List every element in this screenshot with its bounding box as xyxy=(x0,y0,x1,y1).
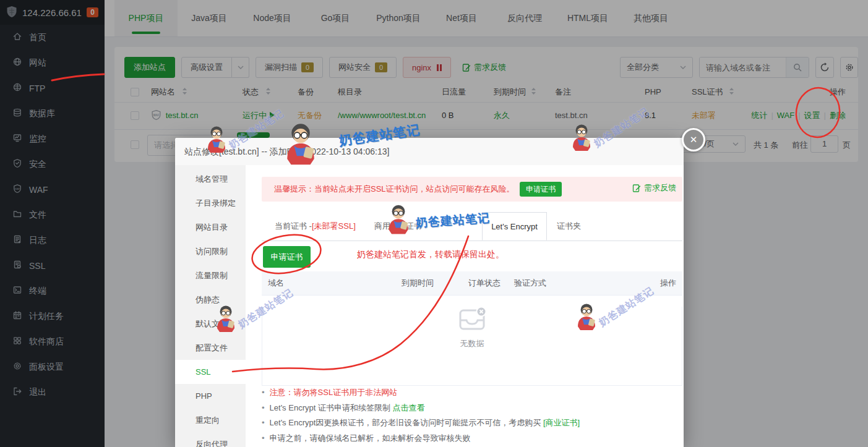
note-dns: 申请之前，请确保域名已解析，如未解析会导致审核失败 xyxy=(270,433,471,443)
cert-tabs: 当前证书 -[未部署SSL] 商用SSL证书 Let's Encrypt 证书夹 xyxy=(262,212,682,241)
cert-col-order-status: 订单状态 xyxy=(468,271,501,295)
ssl-notes: •注意：请勿将SSL证书用于非法网站 •Let's Encrypt 证书申请和续… xyxy=(262,385,580,446)
modal-menu-subdir[interactable]: 子目录绑定 xyxy=(175,191,246,215)
ssl-panel: 温馨提示：当前站点未开启SSL证书访问，站点访问可能存在风险。 申请证书 需求反… xyxy=(246,165,684,447)
note-limit-link[interactable]: 点击查看 xyxy=(393,403,425,412)
modal-feedback-link[interactable]: 需求反馈 xyxy=(632,182,676,194)
ssl-warning-alert: 温馨提示：当前站点未开启SSL证书访问，站点访问可能存在风险。 申请证书 需求反… xyxy=(262,177,682,202)
cert-col-actions: 操作 xyxy=(660,271,676,295)
modal-menu-sitedir[interactable]: 网站目录 xyxy=(175,215,246,239)
cert-col-domain: 域名 xyxy=(268,271,284,295)
cert-col-verify: 验证方式 xyxy=(514,271,546,295)
tab-commercial-ssl[interactable]: 商用SSL证书 xyxy=(374,212,422,241)
cert-table-empty: 无数据 xyxy=(262,307,682,386)
modal-menu-php[interactable]: PHP xyxy=(175,384,246,408)
modal-menu-redirect[interactable]: 重定向 xyxy=(175,408,246,432)
tab-current-cert[interactable]: 当前证书 -[未部署SSL] xyxy=(275,212,356,241)
cert-status-label: [未部署SSL] xyxy=(312,221,356,231)
empty-box-icon xyxy=(262,307,682,334)
site-settings-modal: 站点修改[test.bt.cn] -- 添加时间[2022-10-13 04:0… xyxy=(175,138,684,447)
modal-menu-reverse-proxy[interactable]: 反向代理 xyxy=(175,432,246,447)
cert-table-header: 域名 到期时间 订单状态 验证方式 操作 xyxy=(262,271,682,296)
alert-apply-cert-button[interactable]: 申请证书 xyxy=(520,182,562,197)
note-warning: 注意：请勿将SSL证书用于非法网站 xyxy=(270,388,398,397)
note-root-cert: Let's Encrypt因更换根证书，部分老旧设备访问时可能提示不可信，考虑购… xyxy=(270,418,543,427)
modal-menu-ssl[interactable]: SSL xyxy=(175,360,246,384)
modal-menu-traffic-limit[interactable]: 流量限制 xyxy=(175,263,246,287)
ssl-warning-text: 温馨提示：当前站点未开启SSL证书访问，站点访问可能存在风险。 xyxy=(274,177,515,202)
modal-menu-default-doc[interactable]: 默认文档 xyxy=(175,312,246,336)
cert-col-expire: 到期时间 xyxy=(402,271,434,295)
blog-claim-text: 奶爸建站笔记首发，转载请保留出处。 xyxy=(357,249,504,260)
modal-title: 站点修改[test.bt.cn] -- 添加时间[2022-10-13 04:0… xyxy=(175,138,684,166)
bt-panel-page: 124.226.66.61 0 首页 网站 FTP 数据库 监控 安全 WAFW… xyxy=(0,0,868,447)
empty-text: 无数据 xyxy=(262,338,682,349)
note-limit: Let's Encrypt 证书申请和续签限制 xyxy=(270,403,393,412)
modal-menu-rewrite[interactable]: 伪静态 xyxy=(175,287,246,312)
feedback-note-icon xyxy=(632,184,641,192)
tab-cert-folder[interactable]: 证书夹 xyxy=(557,212,581,241)
modal-menu-access-limit[interactable]: 访问限制 xyxy=(175,239,246,263)
note-commercial-link[interactable]: [商业证书] xyxy=(543,418,580,427)
apply-cert-button[interactable]: 申请证书 xyxy=(263,246,311,268)
tab-lets-encrypt[interactable]: Let's Encrypt xyxy=(482,212,547,241)
cert-table: 域名 到期时间 订单状态 验证方式 操作 无数据 xyxy=(262,271,682,386)
modal-menu-domain[interactable]: 域名管理 xyxy=(175,167,246,191)
modal-menu-config[interactable]: 配置文件 xyxy=(175,336,246,360)
modal-menu: 域名管理 子目录绑定 网站目录 访问限制 流量限制 伪静态 默认文档 配置文件 … xyxy=(175,165,246,447)
modal-close-button[interactable]: ✕ xyxy=(682,128,705,151)
